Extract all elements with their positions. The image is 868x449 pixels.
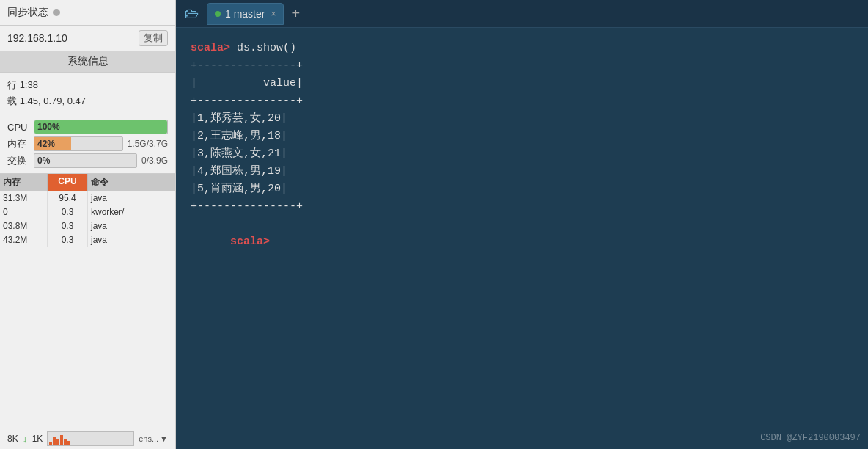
cpu-label: CPU [7,122,29,133]
mem-metric-row: 内存 42% 1.5G/3.7G [7,136,168,151]
terminal-line: |3,陈燕文,女,21| [191,145,853,163]
terminal-lines: scala> ds.show()+---------------+| value… [191,40,853,216]
net-section: 8K ↓ 1K ens... ▼ [0,428,175,449]
net-dropdown-icon[interactable]: ▼ [160,434,168,443]
table-row: 03.8M 0.3 java [0,219,175,233]
mem-percent: 42% [37,137,55,150]
load-value: 1.45, 0.79, 0.47 [20,95,86,106]
cpu-percent: 100% [37,120,60,134]
terminal-line: scala> ds.show() [191,40,853,57]
table-line: |5,肖雨涵,男,20| [191,183,287,195]
net-iface: ens... ▼ [139,434,168,443]
terminal-content[interactable]: scala> ds.show()+---------------+| value… [176,28,868,449]
table-line: |1,郑秀芸,女,20| [191,112,287,125]
ip-row: 192.168.1.10 复制 [0,26,175,51]
table-line: |2,王志峰,男,18| [191,130,287,142]
net-down-value: 8K [7,434,18,444]
net-up-value: 1K [32,434,43,444]
col-header-cpu: CPU [48,174,88,191]
scala-prompt: scala> [191,42,230,54]
sidebar: 同步状态 192.168.1.10 复制 系统信息 行 1:38 载 1.45,… [0,0,176,449]
terminal-tabs: 🗁 1 master × + [176,0,868,28]
swap-metric-row: 交换 0% 0/3.9G [7,153,168,168]
table-line: +---------------+ [191,200,303,213]
swap-value: 0/3.9G [141,156,168,166]
load-row: 载 1.45, 0.79, 0.47 [7,93,168,109]
table-line: | value| [191,77,303,90]
process-cpu: 95.4 [48,191,88,205]
process-cmd: java [88,233,175,247]
folder-icon[interactable]: 🗁 [180,5,204,22]
net-bar-col-4 [60,435,63,445]
process-table-header: 内存 CPU 命令 [0,174,175,191]
terminal-line: +---------------+ [191,92,853,110]
table-row: 0 0.3 kworker/ [0,205,175,219]
terminal-tab-1[interactable]: 1 master × [207,3,284,25]
ip-address: 192.168.1.10 [7,32,67,44]
terminal-area: 🗁 1 master × + scala> ds.show()+--------… [176,0,868,449]
cpu-bar-container: 100% [34,120,168,134]
sysinfo-rows: 行 1:38 载 1.45, 0.79, 0.47 [0,73,175,114]
sync-status-label: 同步状态 [7,6,48,19]
table-line: +---------------+ [191,95,303,107]
scala-prompt-2: scala> [230,236,270,248]
net-iface-name: ens... [139,434,158,443]
load-label: 载 [7,95,17,106]
process-rows: 31.3M 95.4 java 0 0.3 kworker/ 03.8M 0.3… [0,191,175,247]
metrics-section: CPU 100% 内存 42% 1.5G/3.7G 交换 0% 0/3.9G [0,114,175,174]
process-mem: 03.8M [0,219,48,233]
net-down-arrow: ↓ [23,433,28,445]
process-mem: 31.3M [0,191,48,205]
col-header-mem: 内存 [0,174,48,191]
process-mem: 0 [0,205,48,219]
swap-bar-container: 0% [34,153,137,168]
table-row: 43.2M 0.3 java [0,233,175,247]
process-cmd: java [88,191,175,205]
sync-dot [53,9,60,16]
terminal-prompt2: scala> [191,216,853,269]
mem-value: 1.5G/3.7G [128,139,168,149]
terminal-line: | value| [191,75,853,92]
table-line: |4,郑国栋,男,19| [191,165,287,178]
net-bar-area [47,431,134,446]
mem-label: 内存 [7,137,29,150]
sysinfo-header: 系统信息 [0,51,175,73]
terminal-line: +---------------+ [191,57,853,75]
tab-active-dot [215,11,221,17]
copy-button[interactable]: 复制 [139,30,168,46]
process-cpu: 0.3 [48,205,88,219]
net-bar-col-3 [56,439,59,445]
runtime-row: 行 1:38 [7,77,168,93]
tab-add-button[interactable]: + [287,5,304,22]
sync-status-row: 同步状态 [0,0,175,26]
terminal-line: +---------------+ [191,198,853,216]
process-cmd: kworker/ [88,205,175,219]
tab-label: 1 master [225,8,265,20]
net-bar-col-6 [67,441,70,445]
swap-label: 交换 [7,154,29,167]
runtime-value: 1:38 [20,79,38,90]
terminal-line: |1,郑秀芸,女,20| [191,110,853,128]
table-row: 31.3M 95.4 java [0,191,175,205]
cpu-metric-row: CPU 100% [7,120,168,134]
swap-percent: 0% [37,154,50,167]
net-bar-col-2 [53,437,56,445]
runtime-label: 行 [7,79,17,90]
col-header-cmd: 命令 [88,174,175,191]
mem-bar-container: 42% [34,136,123,151]
process-cpu: 0.3 [48,233,88,247]
net-bar-col-1 [49,442,52,445]
tab-close-button[interactable]: × [271,9,276,19]
terminal-line: |5,肖雨涵,男,20| [191,180,853,198]
net-bar-col-5 [64,439,67,445]
watermark: CSDN @ZYF2190003497 [760,433,861,443]
terminal-line: |2,王志峰,男,18| [191,128,853,145]
table-line: |3,陈燕文,女,21| [191,147,287,160]
net-bar-inner [48,432,133,445]
process-cpu: 0.3 [48,219,88,233]
process-cmd: java [88,219,175,233]
process-mem: 43.2M [0,233,48,247]
table-line: +---------------+ [191,59,303,72]
terminal-command: ds.show() [230,42,296,54]
terminal-line: |4,郑国栋,男,19| [191,163,853,180]
